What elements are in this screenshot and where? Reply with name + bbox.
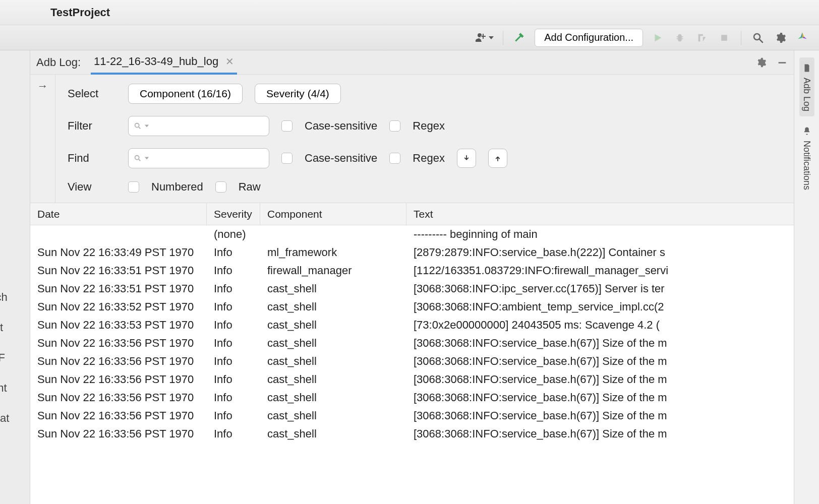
log-tab[interactable]: 11-22_16-33-49_hub_log ✕ — [91, 51, 237, 75]
cell-text: [3068:3068:INFO:ambient_temp_service_imp… — [406, 298, 794, 316]
numbered-checkbox[interactable] — [128, 181, 139, 193]
panel-gear-icon[interactable] — [755, 57, 767, 68]
cell-component: cast_shell — [260, 298, 406, 316]
svg-line-2 — [759, 39, 763, 42]
column-header-component[interactable]: Component — [260, 203, 406, 225]
cell-component: cast_shell — [260, 280, 406, 298]
column-header-date[interactable]: Date — [30, 203, 207, 225]
panel-name-label: Adb Log: — [36, 56, 81, 69]
cell-severity: Info — [207, 370, 260, 389]
cell-text: [3068:3068:INFO:service_base.h(67)] Size… — [406, 425, 794, 443]
cell-severity: Info — [207, 262, 260, 280]
cell-text: [3068:3068:INFO:service_base.h(67)] Size… — [406, 370, 794, 389]
table-row[interactable]: Sun Nov 22 16:33:51 PST 1970Infofirewall… — [30, 262, 794, 280]
arrow-right-icon[interactable]: → — [37, 80, 48, 203]
cell-text: [3068:3068:INFO:service_base.h(67)] Size… — [406, 352, 794, 370]
table-body: (none)--------- beginning of mainSun Nov… — [30, 225, 794, 443]
cell-date: Sun Nov 22 16:33:56 PST 1970 — [30, 389, 207, 407]
document-icon — [801, 62, 812, 74]
component-select-button[interactable]: Component (16/16) — [128, 84, 243, 104]
cell-date: Sun Nov 22 16:33:49 PST 1970 — [30, 243, 207, 262]
bell-icon — [801, 125, 812, 137]
table-row[interactable]: Sun Nov 22 16:33:53 PST 1970Infocast_she… — [30, 316, 794, 334]
filter-regex-checkbox[interactable] — [389, 120, 400, 132]
cell-date: Sun Nov 22 16:33:56 PST 1970 — [30, 425, 207, 443]
filter-label: Filter — [68, 119, 123, 133]
titlebar: TestProject — [0, 0, 819, 25]
cell-component — [260, 225, 406, 243]
column-header-severity[interactable]: Severity — [207, 203, 260, 225]
table-row[interactable]: Sun Nov 22 16:33:56 PST 1970Infocast_she… — [30, 352, 794, 370]
table-row[interactable]: Sun Nov 22 16:33:56 PST 1970Infocast_she… — [30, 389, 794, 407]
minimize-icon[interactable] — [777, 57, 788, 68]
cell-severity: Info — [207, 316, 260, 334]
find-next-down-button[interactable] — [457, 149, 476, 168]
project-title: TestProject — [50, 6, 110, 19]
raw-checkbox[interactable] — [215, 181, 226, 193]
find-case-sensitive-label: Case-sensitive — [305, 152, 377, 165]
severity-select-button[interactable]: Severity (4/4) — [255, 84, 341, 104]
cell-component: cast_shell — [260, 425, 406, 443]
cell-severity: Info — [207, 334, 260, 352]
cell-date: Sun Nov 22 16:33:56 PST 1970 — [30, 370, 207, 389]
cell-text: [73:0x2e00000000] 24043505 ms: Scavenge … — [406, 316, 794, 334]
find-input[interactable] — [128, 148, 269, 168]
cell-component: firewall_manager — [260, 262, 406, 280]
cell-severity: Info — [207, 352, 260, 370]
sidebar-tab-notifications[interactable]: Notifications — [801, 121, 812, 194]
svg-rect-0 — [721, 35, 727, 41]
find-label: Find — [68, 152, 123, 165]
table-row[interactable]: Sun Nov 22 16:33:56 PST 1970Infocast_she… — [30, 334, 794, 352]
cell-date: Sun Nov 22 16:33:51 PST 1970 — [30, 280, 207, 298]
cell-text: [3068:3068:INFO:service_base.h(67)] Size… — [406, 407, 794, 425]
svg-line-5 — [139, 127, 140, 129]
close-icon[interactable]: ✕ — [225, 55, 234, 68]
svg-point-6 — [135, 156, 139, 160]
table-row[interactable]: Sun Nov 22 16:33:49 PST 1970Infoml_frame… — [30, 243, 794, 262]
toolbar-separator — [503, 31, 503, 45]
cell-text: [3068:3068:INFO:service_base.h(67)] Size… — [406, 389, 794, 407]
cell-severity: Info — [207, 407, 260, 425]
find-case-sensitive-checkbox[interactable] — [281, 153, 292, 164]
search-icon[interactable] — [750, 30, 766, 45]
gear-settings-icon[interactable] — [773, 30, 788, 45]
left-gutter-item[interactable]: vigat — [0, 412, 30, 425]
table-row[interactable]: Sun Nov 22 16:33:56 PST 1970Infocast_she… — [30, 370, 794, 389]
cell-date: Sun Nov 22 16:33:51 PST 1970 — [30, 262, 207, 280]
left-gutter-item[interactable]: arch — [0, 291, 30, 304]
stop-icon[interactable] — [717, 30, 732, 45]
cell-date: Sun Nov 22 16:33:56 PST 1970 — [30, 407, 207, 425]
hammer-build-icon[interactable] — [512, 30, 528, 45]
run-play-icon[interactable] — [650, 30, 665, 45]
find-prev-up-button[interactable] — [488, 149, 507, 168]
debug-bug-icon[interactable] — [672, 30, 687, 45]
cell-text: [3068:3068:INFO:ipc_server.cc(1765)] Ser… — [406, 280, 794, 298]
sidebar-tab-adb-log[interactable]: Adb Log — [799, 57, 814, 116]
table-row[interactable]: (none)--------- beginning of main — [30, 225, 794, 243]
raw-label: Raw — [239, 180, 261, 194]
table-row[interactable]: Sun Nov 22 16:33:56 PST 1970Infocast_she… — [30, 425, 794, 443]
cell-date — [30, 225, 207, 243]
column-header-text[interactable]: Text — [406, 203, 794, 225]
table-row[interactable]: Sun Nov 22 16:33:56 PST 1970Infocast_she… — [30, 407, 794, 425]
table-row[interactable]: Sun Nov 22 16:33:51 PST 1970Infocast_she… — [30, 280, 794, 298]
table-row[interactable]: Sun Nov 22 16:33:52 PST 1970Infocast_she… — [30, 298, 794, 316]
filter-regex-label: Regex — [413, 119, 445, 133]
find-regex-checkbox[interactable] — [389, 153, 400, 164]
adb-log-panel: Adb Log: 11-22_16-33-49_hub_log ✕ → Sele… — [30, 50, 794, 504]
left-gutter-item[interactable]: ject — [0, 321, 30, 334]
sidebar-tab-label: Notifications — [801, 141, 812, 190]
filter-case-sensitive-checkbox[interactable] — [281, 120, 292, 132]
coverage-icon[interactable] — [694, 30, 710, 45]
filter-input[interactable] — [128, 116, 269, 136]
logo-icon[interactable] — [795, 30, 810, 45]
cell-component: cast_shell — [260, 352, 406, 370]
left-gutter-item[interactable]: to F — [0, 351, 30, 364]
cell-severity: Info — [207, 389, 260, 407]
sidebar-tab-label: Adb Log — [801, 78, 812, 111]
cell-severity: Info — [207, 243, 260, 262]
svg-rect-3 — [779, 62, 786, 64]
user-icon[interactable] — [475, 30, 494, 45]
add-configuration-button[interactable]: Add Configuration... — [535, 29, 643, 47]
left-gutter-item[interactable]: cent — [0, 382, 30, 395]
